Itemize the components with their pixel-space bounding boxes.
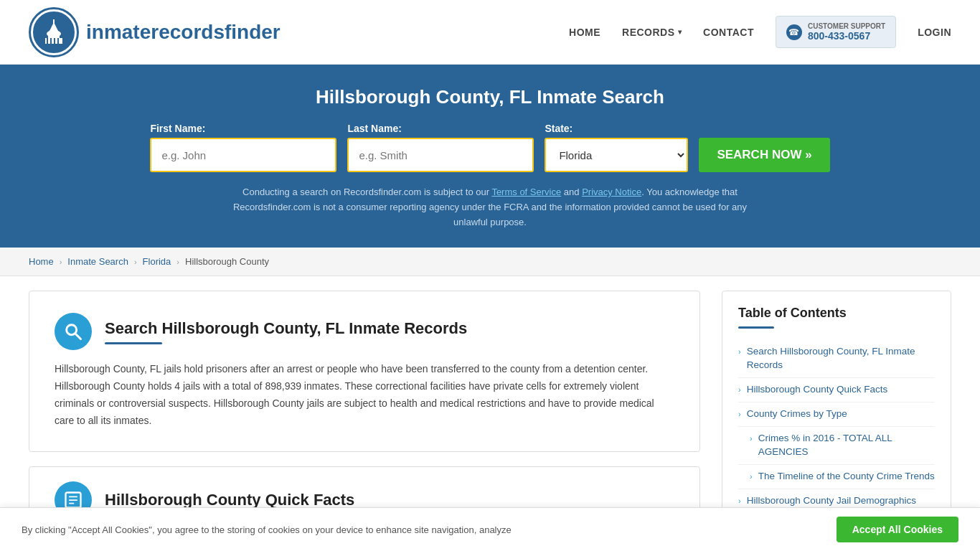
state-group: State: Florida — [545, 123, 688, 172]
state-select[interactable]: Florida — [545, 138, 688, 172]
toc-divider — [738, 326, 774, 329]
toc-chevron-1: › — [738, 385, 741, 394]
nav-contact[interactable]: CONTACT — [703, 27, 754, 38]
cookie-text: By clicking "Accept All Cookies", you ag… — [22, 524, 837, 535]
toc-item-4[interactable]: › The Timeline of the County Crime Trend… — [738, 465, 935, 489]
breadcrumb-florida[interactable]: Florida — [143, 256, 171, 267]
cookie-accept-button[interactable]: Accept All Cookies — [837, 517, 958, 542]
toc-card: Table of Contents › Search Hillsborough … — [722, 291, 951, 527]
card-body: Hillsborough County, FL jails hold priso… — [55, 361, 674, 429]
hero-disclaimer: Conducting a search on Recordsfinder.com… — [221, 185, 759, 230]
quick-facts-title: Hillsborough County Quick Facts — [105, 491, 354, 509]
first-name-group: First Name: — [150, 123, 336, 172]
search-form: First Name: Last Name: State: Florida SE… — [29, 123, 951, 172]
card-header: Search Hillsborough County, FL Inmate Re… — [55, 313, 674, 350]
toc-link-3[interactable]: Crimes % in 2016 - TOTAL ALL AGENCIES — [758, 432, 935, 459]
toc-title: Table of Contents — [738, 306, 935, 321]
terms-link[interactable]: Terms of Service — [491, 187, 561, 197]
support-info: CUSTOMER SUPPORT 800-433-0567 — [808, 22, 885, 42]
card-title-underline — [105, 342, 162, 344]
toc-item-1[interactable]: › Hillsborough County Quick Facts — [738, 378, 935, 402]
toc-chevron-0: › — [738, 347, 741, 356]
last-name-label: Last Name: — [347, 123, 401, 134]
svg-rect-6 — [47, 38, 48, 44]
state-label: State: — [545, 123, 573, 134]
customer-support-box[interactable]: ☎ CUSTOMER SUPPORT 800-433-0567 — [776, 16, 896, 48]
breadcrumb-sep-2: › — [134, 258, 137, 266]
inmate-records-card: Search Hillsborough County, FL Inmate Re… — [29, 291, 700, 451]
svg-rect-8 — [54, 38, 55, 44]
nav-login[interactable]: LOGIN — [918, 27, 951, 38]
last-name-input[interactable] — [347, 138, 534, 172]
hero-title: Hillsborough County, FL Inmate Search — [29, 86, 951, 108]
breadcrumb-sep-1: › — [60, 258, 62, 266]
quick-facts-title-wrap: Hillsborough County Quick Facts — [105, 491, 354, 509]
toc-item-0[interactable]: › Search Hillsborough County, FL Inmate … — [738, 340, 935, 378]
svg-rect-9 — [57, 38, 59, 44]
cookie-banner: By clicking "Accept All Cookies", you ag… — [0, 507, 980, 542]
breadcrumb: Home › Inmate Search › Florida › Hillsbo… — [0, 248, 980, 276]
toc-item-2[interactable]: › County Crimes by Type — [738, 402, 935, 427]
logo[interactable]: inmaterecordsfinder — [29, 7, 281, 57]
chevron-down-icon: ▾ — [678, 28, 682, 36]
main-nav: HOME RECORDS ▾ CONTACT ☎ CUSTOMER SUPPOR… — [569, 16, 951, 48]
site-header: inmaterecordsfinder HOME RECORDS ▾ CONTA… — [0, 0, 980, 65]
nav-records[interactable]: RECORDS ▾ — [622, 27, 682, 38]
card-title: Search Hillsborough County, FL Inmate Re… — [105, 319, 467, 338]
main-content: Search Hillsborough County, FL Inmate Re… — [0, 276, 980, 542]
toc-link-4[interactable]: The Timeline of the County Crime Trends — [758, 470, 935, 484]
toc-chevron-2: › — [738, 410, 741, 418]
toc-chevron-3: › — [750, 434, 753, 443]
card-title-wrap: Search Hillsborough County, FL Inmate Re… — [105, 319, 467, 344]
last-name-group: Last Name: — [347, 123, 534, 172]
logo-text: inmaterecordsfinder — [86, 21, 281, 44]
hero-section: Hillsborough County, FL Inmate Search Fi… — [0, 65, 980, 248]
first-name-input[interactable] — [150, 138, 336, 172]
svg-line-11 — [76, 334, 81, 339]
toc-link-5[interactable]: Hillsborough County Jail Demographics — [747, 494, 916, 508]
nav-home[interactable]: HOME — [569, 27, 600, 38]
first-name-label: First Name: — [150, 123, 205, 134]
breadcrumb-home[interactable]: Home — [29, 256, 54, 267]
toc-chevron-5: › — [738, 496, 741, 505]
breadcrumb-current: Hillsborough County — [185, 256, 269, 267]
breadcrumb-sep-3: › — [176, 258, 179, 266]
left-content-area: Search Hillsborough County, FL Inmate Re… — [29, 291, 722, 523]
search-now-button[interactable]: SEARCH NOW » — [699, 138, 829, 172]
search-icon-circle — [55, 313, 92, 350]
toc-link-0[interactable]: Search Hillsborough County, FL Inmate Re… — [747, 345, 935, 372]
toc-link-2[interactable]: County Crimes by Type — [747, 408, 847, 421]
toc-item-3[interactable]: › Crimes % in 2016 - TOTAL ALL AGENCIES — [738, 427, 935, 465]
svg-rect-7 — [50, 38, 52, 44]
toc-link-1[interactable]: Hillsborough County Quick Facts — [747, 383, 888, 397]
phone-icon: ☎ — [786, 24, 802, 40]
svg-rect-5 — [53, 19, 55, 24]
logo-icon — [29, 7, 79, 57]
toc-chevron-4: › — [750, 472, 753, 481]
privacy-link[interactable]: Privacy Notice — [582, 187, 641, 197]
right-sidebar: Table of Contents › Search Hillsborough … — [722, 291, 951, 527]
breadcrumb-inmate-search[interactable]: Inmate Search — [67, 256, 128, 267]
